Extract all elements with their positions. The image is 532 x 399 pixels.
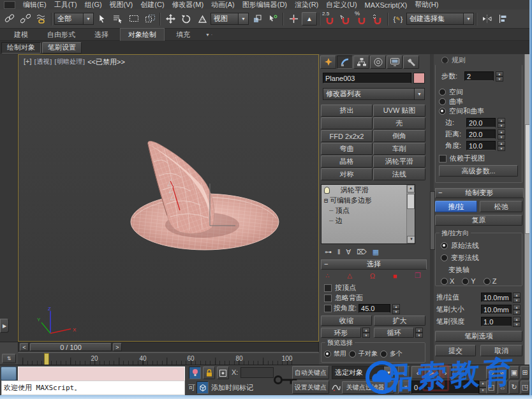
- shrink-button[interactable]: 收缩: [321, 316, 372, 326]
- object-name-field[interactable]: Plane003: [323, 73, 411, 83]
- edge-field[interactable]: 20.0: [466, 118, 496, 127]
- zoom-icon[interactable]: ⊕: [486, 366, 496, 379]
- push-pull-button[interactable]: 推/拉: [435, 201, 477, 212]
- clipped-option-row[interactable]: 规则: [441, 57, 466, 63]
- view-dependent-checkbox[interactable]: [439, 155, 447, 163]
- axis-x-radio-row[interactable]: X: [441, 277, 454, 285]
- use-pivot-center-icon[interactable]: [249, 11, 265, 27]
- hierarchy-tab-icon[interactable]: [353, 55, 369, 69]
- align-icon[interactable]: [495, 11, 510, 27]
- advanced-parameters-button[interactable]: 高级参数...: [439, 165, 518, 177]
- unlink-selection-icon[interactable]: [18, 11, 33, 27]
- menu-item-views[interactable]: 视图(V): [110, 0, 133, 10]
- modifier-button-empty[interactable]: [321, 117, 373, 129]
- push-pull-value-spinner[interactable]: ▲▼: [513, 293, 521, 302]
- next-key-button[interactable]: ›: [440, 366, 452, 379]
- modifier-button-ffd[interactable]: FFD 2x2x2: [321, 130, 373, 142]
- x-coordinate-field[interactable]: [240, 367, 274, 378]
- time-tag-button[interactable]: 添加时间标记: [211, 383, 253, 393]
- bind-to-space-warp-icon[interactable]: [34, 11, 49, 27]
- subtab-brush-settings[interactable]: 笔刷设置: [42, 42, 82, 54]
- push-pull-value-field[interactable]: 10.0mm: [481, 293, 512, 302]
- modify-tab-icon[interactable]: [337, 55, 353, 69]
- transform-type-in-toggle[interactable]: [217, 366, 229, 379]
- menu-item-customize[interactable]: 自定义(U): [326, 0, 357, 10]
- by-angle-spinner[interactable]: ▲▼: [392, 304, 400, 313]
- ribbon-tab-object-paint[interactable]: 对象绘制: [120, 28, 165, 41]
- ribbon-tab-populate[interactable]: 填充: [168, 29, 198, 41]
- stack-item-vertex[interactable]: ┄顶点: [321, 205, 415, 215]
- current-frame-marker[interactable]: [44, 353, 49, 365]
- by-angle-checkbox[interactable]: [324, 305, 332, 312]
- ribbon-minimize-icon[interactable]: ▼ ·: [202, 31, 216, 38]
- regular-spacing-radio[interactable]: [441, 57, 448, 63]
- zoom-extents-icon[interactable]: ▣: [509, 366, 519, 379]
- ring-spinner[interactable]: ▲▼: [362, 328, 370, 338]
- steps-field[interactable]: 2: [464, 71, 494, 81]
- ribbon-tab-modeling[interactable]: 建模: [6, 29, 36, 41]
- create-tab-icon[interactable]: [320, 55, 336, 69]
- isolate-selection-toggle[interactable]: [189, 366, 201, 379]
- menu-item-maxscript[interactable]: MAXScript(X): [365, 1, 408, 9]
- modifier-button-bend[interactable]: 弯曲: [321, 143, 373, 155]
- stack-scrollbar[interactable]: ▲ ▼: [406, 185, 415, 243]
- auto-key-button[interactable]: 自动关键点: [292, 366, 329, 379]
- viewport-menu-view[interactable]: [透视]: [34, 57, 52, 67]
- by-angle-row[interactable]: 按角度: 45.0 ▲▼: [324, 303, 400, 313]
- previous-key-button[interactable]: ‹: [411, 366, 424, 379]
- select-and-move-icon[interactable]: [163, 11, 178, 27]
- stack-item-editable-poly[interactable]: ⊟ 可编辑多边形: [321, 195, 415, 205]
- relax-button[interactable]: 松弛: [480, 201, 522, 212]
- viewport-menu-shading[interactable]: [明暗处理]: [54, 57, 85, 67]
- view-dependent-row[interactable]: 依赖于视图: [439, 154, 485, 163]
- by-angle-value-field[interactable]: 45.0: [358, 304, 390, 313]
- expand-panel-arrow-button[interactable]: ▶: [0, 319, 9, 333]
- select-and-manipulate-icon[interactable]: [265, 11, 281, 27]
- deformed-normals-radio[interactable]: [441, 254, 448, 261]
- utilities-tab-icon[interactable]: [403, 55, 419, 69]
- named-selection-sets-dropdown[interactable]: 创建选择集▼: [406, 13, 474, 25]
- select-and-link-icon[interactable]: [2, 11, 17, 27]
- ribbon-panel-scrollbar[interactable]: [524, 54, 529, 365]
- menu-item-help[interactable]: 帮助(H): [415, 0, 438, 10]
- cancel-button[interactable]: 取消: [480, 345, 522, 356]
- selection-filter-dropdown[interactable]: 全部▼: [54, 13, 94, 25]
- menu-item-tools[interactable]: 工具(T): [54, 0, 77, 10]
- menu-item-rendering[interactable]: 渲染(R): [295, 0, 318, 10]
- ignore-backfacing-checkbox-row[interactable]: 忽略背面: [324, 293, 363, 303]
- modifier-stack-list[interactable]: 涡轮平滑 ⊟ 可编辑多边形 ┄顶点 ┄边 ▲ ▼: [321, 184, 415, 244]
- edit-named-selection-sets-icon[interactable]: {✎}: [390, 11, 406, 27]
- set-key-button[interactable]: 设置关键点: [292, 381, 329, 394]
- select-object-icon[interactable]: [94, 11, 110, 27]
- track-bar-ruler[interactable]: 0 20 40 60 80 100: [18, 352, 319, 365]
- motion-tab-icon[interactable]: [370, 55, 386, 69]
- curvature-radio[interactable]: [439, 98, 446, 105]
- stack-item-turbosmooth[interactable]: 涡轮平滑: [321, 185, 415, 195]
- menu-item-animation[interactable]: 动画(A): [211, 0, 235, 10]
- isolate-cube-toggle[interactable]: [196, 381, 209, 394]
- spinner-snap-icon[interactable]: [370, 11, 385, 27]
- edge-spinner[interactable]: ▲▼: [498, 118, 505, 127]
- time-slider-track[interactable]: < 0 / 100 >: [18, 342, 319, 352]
- axis-x-radio[interactable]: [441, 278, 448, 285]
- loop-spinner[interactable]: ▲▼: [415, 328, 423, 338]
- menu-item-edit[interactable]: 编辑(E): [23, 0, 47, 10]
- selection-lock-toggle[interactable]: [203, 366, 215, 379]
- viewport-layout-thumbnail[interactable]: [1, 366, 17, 381]
- revert-button[interactable]: 复原: [435, 215, 522, 226]
- window-icon[interactable]: [4, 1, 15, 9]
- modifier-button-chamfer[interactable]: 倒角: [373, 130, 425, 142]
- orbit-icon[interactable]: ↻: [509, 381, 519, 394]
- current-frame-field[interactable]: 0: [411, 381, 479, 394]
- collapse-minus-icon[interactable]: ⊟: [324, 197, 328, 204]
- viewport[interactable]: [+] [透视] [明暗处理] <<已禁用>>: [18, 54, 319, 342]
- distance-field[interactable]: 20.0: [466, 129, 496, 139]
- key-mode-toggle[interactable]: ⇥: [398, 381, 410, 394]
- by-vertex-checkbox[interactable]: [324, 284, 332, 292]
- ribbon-tab-freeform[interactable]: 自由形式: [40, 29, 83, 41]
- angle-field[interactable]: 10.0: [466, 141, 496, 150]
- brush-size-spinner[interactable]: ▲▼: [513, 305, 521, 314]
- border-subobject-icon[interactable]: Ω: [370, 272, 375, 280]
- play-button[interactable]: ▶: [425, 366, 438, 379]
- original-normals-radio[interactable]: [441, 242, 448, 249]
